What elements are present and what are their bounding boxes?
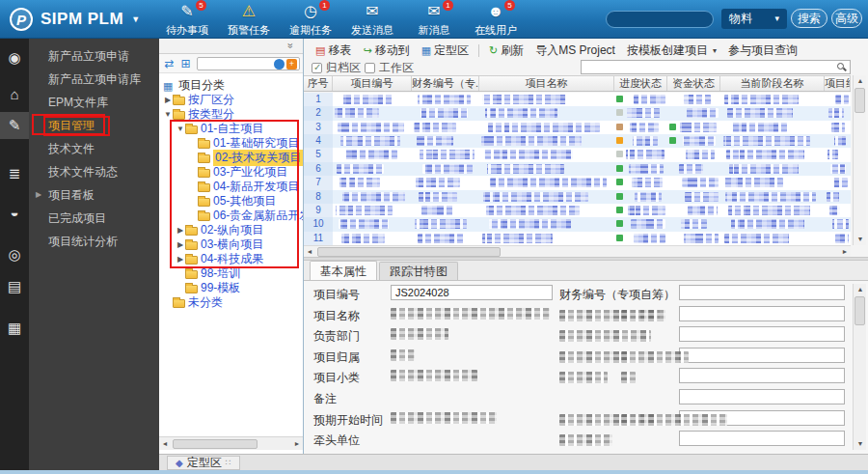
field-input[interactable] xyxy=(679,368,845,383)
sidebar-item[interactable]: 技术文件 xyxy=(29,137,159,160)
rail-library-icon[interactable]: ▤ xyxy=(0,273,29,300)
table-row[interactable]: 10 xyxy=(304,217,851,231)
field-input[interactable] xyxy=(679,431,845,446)
table-row[interactable]: 3 xyxy=(304,121,851,134)
collapse-arrow-icon[interactable]: ▼ xyxy=(163,110,173,119)
header-quick-overdue-tasks[interactable]: ◷1逾期任务 xyxy=(283,2,339,38)
header-quick-warning-tasks[interactable]: ⚠预警任务 xyxy=(221,2,277,38)
scroll-up-icon[interactable]: ▲ xyxy=(854,75,867,87)
tree-node[interactable]: ▶03-横向项目 xyxy=(159,237,303,252)
tree-node[interactable]: 05-其他项目 xyxy=(159,194,303,209)
table-row[interactable]: 8 xyxy=(304,190,851,204)
table-row[interactable]: 1 xyxy=(304,93,851,106)
sidebar-item[interactable]: 技术文件动态 xyxy=(29,160,159,183)
table-row[interactable]: 2 xyxy=(304,106,851,120)
scroll-up-icon[interactable]: ▲ xyxy=(854,284,867,295)
table-row[interactable]: 11 xyxy=(304,232,851,245)
rail-edit-icon[interactable]: ✎ xyxy=(0,112,29,139)
field-input[interactable] xyxy=(679,306,845,321)
table-row[interactable]: 7 xyxy=(304,176,851,189)
table-vertical-scrollbar[interactable]: ▲ ▼ xyxy=(853,75,866,245)
tree-add-icon[interactable]: + xyxy=(286,59,297,70)
tree-horizontal-scrollbar[interactable]: ◄ ► xyxy=(159,436,303,450)
tab-基本属性[interactable]: 基本属性 xyxy=(310,261,377,280)
header-quick-new-message[interactable]: ✉1新消息 xyxy=(406,2,462,38)
column-header[interactable]: 项目编号 xyxy=(333,76,412,91)
collapse-arrow-icon[interactable]: ▼ xyxy=(176,125,185,133)
tab-跟踪甘特图[interactable]: 跟踪甘特图 xyxy=(379,262,458,280)
tree-structure-icon[interactable]: ⊞ xyxy=(178,55,193,72)
global-search-input[interactable] xyxy=(606,11,714,28)
tree-node[interactable]: 98-培训 xyxy=(159,266,303,281)
toolbar-button[interactable]: 按模板创建项目▾ xyxy=(621,42,722,59)
sidebar-item[interactable]: 已完成项目 xyxy=(29,207,159,230)
column-header[interactable]: 进度状态 xyxy=(614,76,667,91)
tree-node[interactable]: 99-模板 xyxy=(159,281,303,295)
tree-node[interactable]: ▶04-科技成果 xyxy=(159,252,303,266)
sidebar-item[interactable]: 新产品立项申请库 xyxy=(29,68,159,91)
collapse-panel-icon[interactable]: « xyxy=(285,43,296,49)
scroll-thumb[interactable] xyxy=(173,439,258,449)
sidebar-item[interactable]: 项目管理 xyxy=(29,114,159,137)
scroll-right-icon[interactable]: ► xyxy=(291,437,303,450)
toolbar-button[interactable]: 参与项目查询 xyxy=(722,42,803,59)
archive-zone-label[interactable]: 归档区 xyxy=(326,60,361,76)
expand-arrow-icon[interactable]: ▶ xyxy=(176,240,185,249)
tree-search-go-icon[interactable] xyxy=(274,59,285,70)
scroll-thumb[interactable] xyxy=(854,296,865,325)
toolbar-button[interactable]: ↻刷新 xyxy=(483,42,529,59)
scroll-track[interactable] xyxy=(315,246,839,258)
sidebar-item[interactable]: ▶项目看板 xyxy=(29,183,159,207)
rail-card-icon[interactable]: ▦ xyxy=(0,315,29,342)
scroll-left-icon[interactable]: ◄ xyxy=(159,437,171,450)
rail-home-icon[interactable]: ⌂ xyxy=(0,81,29,108)
tree-node[interactable]: 06-贵金属新品开发项目 xyxy=(159,209,303,223)
table-horizontal-scrollbar[interactable]: ◄ ► xyxy=(304,245,851,257)
rail-support-icon[interactable]: ◎ xyxy=(0,241,29,268)
toolbar-button[interactable]: 导入MS Project xyxy=(529,42,621,59)
rail-data-icon[interactable]: ≣ xyxy=(0,160,29,187)
tree-node[interactable]: ▼按类型分 xyxy=(159,107,303,122)
scroll-track[interactable] xyxy=(171,438,291,450)
toolbar-button[interactable]: ▦定型区 xyxy=(416,42,475,59)
zone-tab[interactable]: ◆ 定型区 ∷ xyxy=(167,456,240,470)
work-zone-label[interactable]: 工作区 xyxy=(379,60,414,76)
rail-chat-icon[interactable]: ◒ xyxy=(0,199,29,226)
app-logo[interactable]: P SIPM PLM ▼ xyxy=(10,0,140,39)
column-header[interactable]: 项目名称 xyxy=(479,76,614,91)
tree-root-node[interactable]: ▦项目分类 xyxy=(159,78,303,93)
tree-node[interactable]: 01-基础研究项目 xyxy=(159,136,303,151)
search-button[interactable]: 搜索 xyxy=(791,9,827,28)
tree-node[interactable]: 未分类 xyxy=(159,295,303,310)
column-header[interactable]: 项目经 xyxy=(825,76,851,91)
field-input[interactable] xyxy=(679,348,845,363)
header-quick-online-users[interactable]: ☻5在线用户 xyxy=(468,2,524,38)
tree-node[interactable]: ▼01-自主项目 xyxy=(159,122,303,136)
table-row[interactable]: 9 xyxy=(304,204,851,217)
expand-arrow-icon[interactable]: ▶ xyxy=(163,96,173,104)
expand-arrow-icon[interactable]: ▶ xyxy=(36,183,41,207)
field-input[interactable] xyxy=(679,285,845,300)
sidebar-item[interactable]: 项目统计分析 xyxy=(29,230,159,253)
sidebar-item[interactable]: EPM文件库 xyxy=(29,91,159,114)
header-quick-todo[interactable]: ✎5待办事项 xyxy=(159,2,215,38)
archive-zone-checkbox[interactable] xyxy=(312,63,322,73)
column-header[interactable]: 财务编号（专... xyxy=(412,76,479,91)
work-zone-checkbox[interactable] xyxy=(365,63,375,73)
scroll-thumb[interactable] xyxy=(854,88,865,113)
toolbar-button[interactable]: ↪移动到 xyxy=(357,42,415,59)
column-header[interactable]: 当前阶段名称 xyxy=(720,76,825,91)
advanced-search-button[interactable]: 高级 xyxy=(831,9,862,28)
toolbar-button[interactable]: ▤移表 xyxy=(310,42,357,59)
detail-vertical-scrollbar[interactable]: ▲ ▼ xyxy=(853,284,866,450)
column-header[interactable]: 资金状态 xyxy=(667,76,720,91)
tree-node[interactable]: ▶按厂区分 xyxy=(159,93,303,107)
field-input[interactable] xyxy=(679,326,845,342)
table-row[interactable]: 5 xyxy=(304,148,851,161)
scroll-thumb[interactable] xyxy=(317,247,501,257)
rail-search-icon[interactable]: ◉ xyxy=(0,44,29,71)
scroll-down-icon[interactable]: ▼ xyxy=(854,438,867,450)
table-row[interactable]: 6 xyxy=(304,162,851,176)
field-input[interactable] xyxy=(679,389,845,404)
scroll-down-icon[interactable]: ▼ xyxy=(854,234,867,245)
